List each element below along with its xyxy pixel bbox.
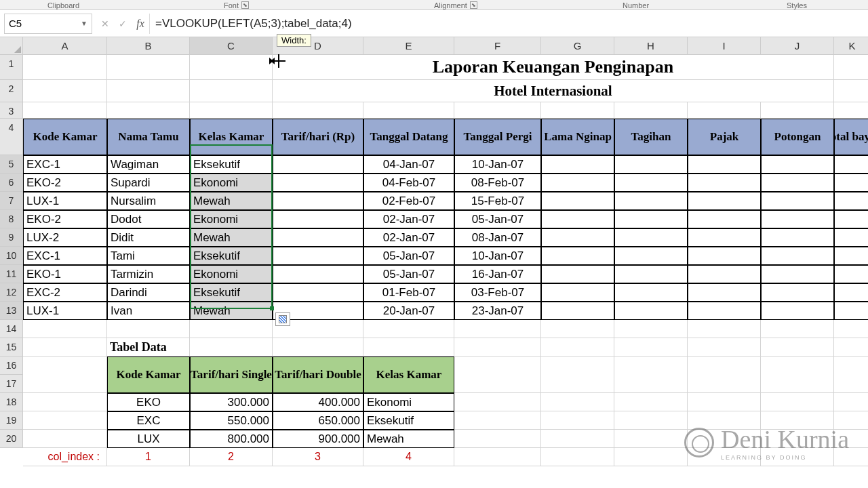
cell-kode-2[interactable]: LUX-1 bbox=[23, 192, 107, 210]
font-launcher-icon[interactable]: ⬊ bbox=[241, 1, 249, 9]
cell-pergi-5[interactable]: 10-Jan-07 bbox=[454, 247, 541, 265]
cell-r3-10[interactable] bbox=[834, 102, 868, 119]
td-header-3[interactable]: Kelas Kamar bbox=[363, 357, 454, 393]
cell-r15-9[interactable] bbox=[761, 338, 834, 357]
col-index-1[interactable]: 2 bbox=[190, 448, 273, 466]
cell-tagihan-3[interactable] bbox=[614, 210, 688, 228]
cell-nama-5[interactable]: Tami bbox=[107, 247, 190, 265]
td-header-1[interactable]: Tarif/hari Single bbox=[190, 357, 273, 393]
cell-kode-8[interactable]: LUX-1 bbox=[23, 302, 107, 320]
cell-potongan-3[interactable] bbox=[761, 210, 834, 228]
cell-tarif-3[interactable] bbox=[273, 210, 363, 228]
row-header-17[interactable]: 17 bbox=[0, 375, 23, 393]
cell-b1[interactable] bbox=[107, 55, 190, 80]
row-header-14[interactable]: 14 bbox=[0, 320, 23, 338]
table-header-7[interactable]: Tagihan bbox=[614, 119, 688, 155]
tabel-data-label[interactable]: Tabel Data bbox=[107, 338, 190, 357]
cell-r3-2[interactable] bbox=[190, 102, 273, 119]
cell-a19[interactable] bbox=[23, 430, 107, 448]
cell-total-6[interactable] bbox=[834, 265, 868, 283]
report-subtitle[interactable]: Hotel Internasional bbox=[273, 80, 834, 102]
col-header-H[interactable]: H bbox=[614, 37, 688, 55]
cell-potongan-1[interactable] bbox=[761, 174, 834, 192]
td-kode-0[interactable]: EKO bbox=[107, 393, 190, 411]
td-header-0[interactable]: Kode Kamar bbox=[107, 357, 190, 393]
cell-tdrow1-5[interactable] bbox=[454, 411, 541, 430]
row-header-12[interactable]: 12 bbox=[0, 283, 23, 302]
cell-tdrow2-7[interactable] bbox=[614, 430, 688, 448]
table-header-3[interactable]: Tarif/hari (Rp) bbox=[273, 119, 363, 155]
cell-pajak-4[interactable] bbox=[688, 228, 761, 247]
col-index-3[interactable]: 4 bbox=[363, 448, 454, 466]
cell-r14-0[interactable] bbox=[23, 320, 107, 338]
cell-tagihan-1[interactable] bbox=[614, 174, 688, 192]
col-header-C[interactable]: C bbox=[190, 37, 273, 55]
cell-pergi-1[interactable]: 08-Feb-07 bbox=[454, 174, 541, 192]
cells-area[interactable]: Laporan Keuangan PenginapanHotel Interna… bbox=[23, 55, 868, 466]
cell-r15-2[interactable] bbox=[190, 338, 273, 357]
cell-nama-0[interactable]: Wagiman bbox=[107, 155, 190, 174]
cell-r3-5[interactable] bbox=[454, 102, 541, 119]
table-header-2[interactable]: Kelas Kamar bbox=[190, 119, 273, 155]
table-header-6[interactable]: Lama Nginap bbox=[541, 119, 614, 155]
cell-nama-8[interactable]: Ivan bbox=[107, 302, 190, 320]
col-header-B[interactable]: B bbox=[107, 37, 190, 55]
alignment-launcher-icon[interactable]: ⬊ bbox=[470, 1, 477, 9]
cell-lama-6[interactable] bbox=[541, 265, 614, 283]
cell-tagihan-8[interactable] bbox=[614, 302, 688, 320]
cell-tdrow1-6[interactable] bbox=[541, 411, 614, 430]
cell-tdrow1-7[interactable] bbox=[614, 411, 688, 430]
cell-nama-7[interactable]: Darindi bbox=[107, 283, 190, 302]
td-kelas-2[interactable]: Mewah bbox=[363, 430, 454, 448]
table-header-8[interactable]: Pajak bbox=[688, 119, 761, 155]
cell-pergi-4[interactable]: 08-Jan-07 bbox=[454, 228, 541, 247]
cell-r14-5[interactable] bbox=[454, 320, 541, 338]
cell-a15[interactable] bbox=[23, 338, 107, 357]
cell-r3-6[interactable] bbox=[541, 102, 614, 119]
cell-total-4[interactable] bbox=[834, 228, 868, 247]
cell-potongan-6[interactable] bbox=[761, 265, 834, 283]
cell-pajak-5[interactable] bbox=[688, 247, 761, 265]
table-header-9[interactable]: Potongan bbox=[761, 119, 834, 155]
cell-pergi-3[interactable]: 05-Jan-07 bbox=[454, 210, 541, 228]
cell-potongan-8[interactable] bbox=[761, 302, 834, 320]
col-header-G[interactable]: G bbox=[541, 37, 614, 55]
name-box-dropdown-icon[interactable]: ▼ bbox=[81, 20, 87, 27]
cell-r15-3[interactable] bbox=[273, 338, 363, 357]
cell-r3-8[interactable] bbox=[688, 102, 761, 119]
cell-pergi-8[interactable]: 23-Jan-07 bbox=[454, 302, 541, 320]
cell-r16-7[interactable] bbox=[614, 357, 688, 393]
cell-nama-4[interactable]: Didit bbox=[107, 228, 190, 247]
cell-tagihan-5[interactable] bbox=[614, 247, 688, 265]
cell-tarif-6[interactable] bbox=[273, 265, 363, 283]
cell-r14-10[interactable] bbox=[834, 320, 868, 338]
cell-kode-3[interactable]: EKO-2 bbox=[23, 210, 107, 228]
cell-k1[interactable] bbox=[834, 55, 868, 80]
cell-a17[interactable] bbox=[23, 393, 107, 411]
fx-button[interactable]: fx bbox=[132, 14, 149, 34]
cell-tdrow0-6[interactable] bbox=[541, 393, 614, 411]
cell-r14-7[interactable] bbox=[614, 320, 688, 338]
td-kelas-1[interactable]: Eksekutif bbox=[363, 411, 454, 430]
row-header-10[interactable]: 10 bbox=[0, 247, 23, 265]
cell-r20-6[interactable] bbox=[541, 448, 614, 466]
cell-r16-5[interactable] bbox=[454, 357, 541, 393]
cell-r15-8[interactable] bbox=[688, 338, 761, 357]
cell-pergi-7[interactable]: 03-Feb-07 bbox=[454, 283, 541, 302]
row-header-19[interactable]: 19 bbox=[0, 411, 23, 430]
cell-lama-2[interactable] bbox=[541, 192, 614, 210]
cell-r15-7[interactable] bbox=[614, 338, 688, 357]
cell-datang-4[interactable]: 02-Jan-07 bbox=[363, 228, 454, 247]
cell-r16-9[interactable] bbox=[761, 357, 834, 393]
cell-datang-8[interactable]: 20-Jan-07 bbox=[363, 302, 454, 320]
td-single-2[interactable]: 800.000 bbox=[190, 430, 273, 448]
cell-pajak-2[interactable] bbox=[688, 192, 761, 210]
cell-total-2[interactable] bbox=[834, 192, 868, 210]
cell-total-3[interactable] bbox=[834, 210, 868, 228]
cell-kelas-1[interactable]: Ekonomi bbox=[190, 174, 273, 192]
row-header-7[interactable]: 7 bbox=[0, 192, 23, 210]
cell-lama-1[interactable] bbox=[541, 174, 614, 192]
td-header-2[interactable]: Tarif/hari Double bbox=[273, 357, 363, 393]
cell-tagihan-4[interactable] bbox=[614, 228, 688, 247]
cell-kelas-4[interactable]: Mewah bbox=[190, 228, 273, 247]
